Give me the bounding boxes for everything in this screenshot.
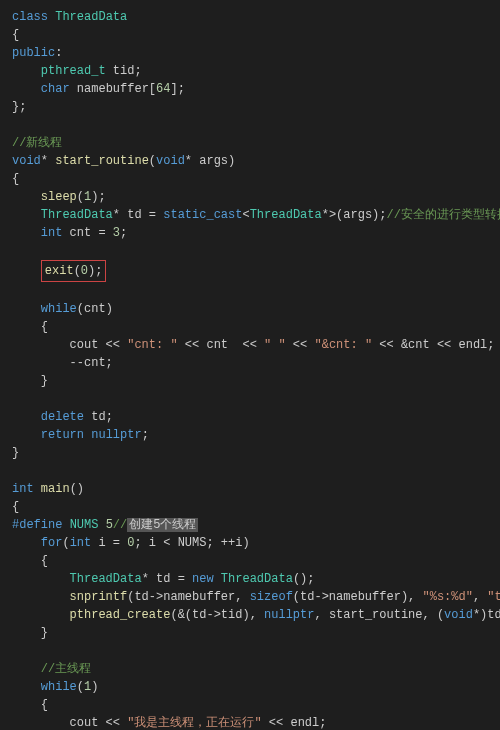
exit-highlight: exit(0); bbox=[41, 260, 107, 282]
code-block: class ThreadData { public: pthread_t tid… bbox=[12, 8, 500, 730]
